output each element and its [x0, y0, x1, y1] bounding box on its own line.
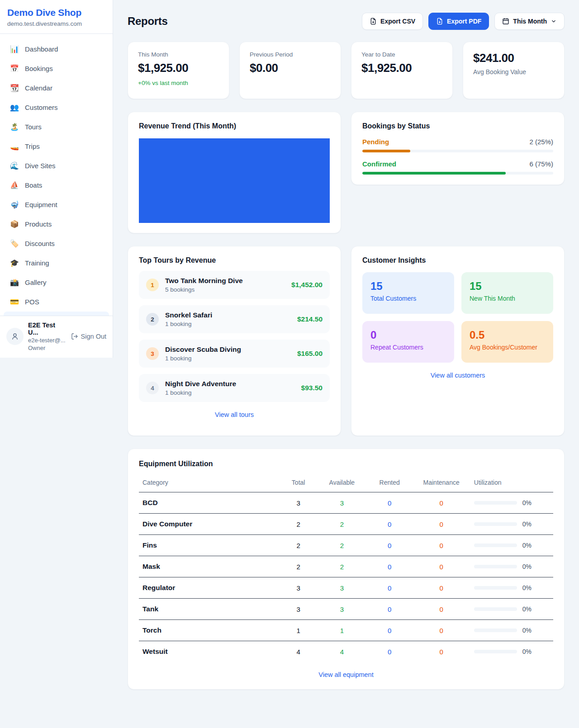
sidebar-nav-item[interactable]: 📆 Calendar — [4, 78, 109, 98]
export-pdf-button[interactable]: Export PDF — [428, 13, 489, 30]
cell-total: 2 — [280, 535, 317, 556]
insight-tiles: 15 Total Customers 15 New This Month 0 R… — [362, 272, 553, 363]
insight-tile: 0 Repeat Customers — [362, 321, 454, 363]
view-all-customers-link[interactable]: View all customers — [362, 372, 553, 379]
sidebar-nav-item[interactable]: 📸 Gallery — [4, 273, 109, 292]
top-tours-title: Top Tours by Revenue — [139, 256, 330, 265]
cell-utilization: 0% — [470, 492, 553, 514]
stat-label: Previous Period — [250, 51, 331, 58]
cell-rented: 0 — [367, 514, 413, 535]
bookings-by-status-title: Bookings by Status — [362, 122, 553, 130]
cell-utilization: 0% — [470, 556, 553, 577]
sidebar-nav-item[interactable]: 📊 Dashboard — [4, 39, 109, 59]
tour-bookings: 5 bookings — [165, 286, 243, 293]
status-line: Pending 2 (25%) — [362, 138, 553, 146]
tour-bookings: 1 booking — [165, 355, 241, 362]
tour-info: Snorkel Safari 1 booking — [165, 311, 212, 327]
cell-utilization: 0% — [470, 577, 553, 599]
sidebar-nav-item[interactable]: 🏷️ Discounts — [4, 234, 109, 253]
status-list: Pending 2 (25%) Confirmed 6 (75%) — [362, 138, 553, 175]
equipment-utilization-title: Equipment Utilization — [139, 460, 553, 468]
sidebar-nav-item[interactable]: 🎓 Training — [4, 253, 109, 273]
nav-item-label: Calendar — [25, 84, 52, 92]
equipment-row: Tank 3 3 0 0 0% — [139, 599, 553, 620]
cell-total: 2 — [280, 514, 317, 535]
export-csv-button[interactable]: Export CSV — [362, 13, 423, 30]
brand-domain: demo.test.divestreams.com — [7, 20, 105, 27]
nav-item-icon: 🎓 — [10, 259, 19, 267]
insight-tile: 0.5 Avg Bookings/Customer — [461, 321, 553, 363]
sidebar-nav-item[interactable]: 🌊 Dive Sites — [4, 156, 109, 175]
cell-available: 2 — [317, 514, 367, 535]
status-label: Confirmed — [362, 160, 396, 168]
sidebar-nav-item[interactable]: 📅 Bookings — [4, 59, 109, 78]
sidebar-nav-item[interactable]: 🚤 Trips — [4, 137, 109, 156]
sidebar-nav-item[interactable]: 📦 Products — [4, 214, 109, 234]
status-bar-fill — [362, 150, 410, 152]
tour-bookings: 1 booking — [165, 389, 236, 396]
sidebar-nav-item[interactable]: ⛵ Boats — [4, 175, 109, 195]
utilization-percent: 0% — [522, 499, 532, 506]
status-value: 6 (75%) — [529, 160, 553, 168]
export-pdf-label: Export PDF — [447, 18, 481, 25]
status-row: Confirmed 6 (75%) — [362, 160, 553, 175]
cell-total: 4 — [280, 641, 317, 662]
sidebar-nav-item[interactable]: 🤿 Equipment — [4, 195, 109, 214]
page-header: Reports Export CSV Export PDF This Month — [128, 13, 565, 30]
stat-card-this-month: This Month $1,925.00 +0% vs last month — [128, 42, 229, 99]
utilization-bar-track — [474, 544, 517, 547]
status-bar-fill — [362, 172, 506, 175]
nav-item-icon: 💳 — [10, 298, 19, 306]
view-all-equipment-link[interactable]: View all equipment — [139, 671, 553, 678]
bookings-by-status-card: Bookings by Status Pending 2 (25%) — [351, 112, 565, 185]
insight-value: 15 — [470, 280, 545, 293]
nav-item-label: Equipment — [25, 201, 57, 208]
cell-rented: 0 — [367, 492, 413, 514]
utilization-indicator: 0% — [474, 584, 550, 591]
tour-row: 3 Discover Scuba Diving 1 booking $165.0… — [139, 340, 330, 368]
view-all-tours-link[interactable]: View all tours — [139, 411, 330, 418]
tour-revenue: $93.50 — [301, 384, 323, 392]
rank-badge: 2 — [146, 313, 159, 326]
nav-item-label: Dive Sites — [25, 162, 56, 170]
nav-item-label: Trips — [25, 142, 40, 150]
utilization-bar-track — [474, 607, 517, 611]
cell-utilization: 0% — [470, 514, 553, 535]
utilization-percent: 0% — [522, 605, 532, 613]
revenue-trend-chart — [139, 138, 330, 223]
equipment-row: BCD 3 3 0 0 0% — [139, 492, 553, 514]
utilization-bar-track — [474, 650, 517, 653]
tour-revenue: $1,452.00 — [291, 281, 323, 289]
period-select[interactable]: This Month — [494, 13, 565, 30]
nav-item-icon: 🤿 — [10, 200, 19, 209]
stat-label: Year to Date — [361, 51, 442, 58]
column-header-rented: Rented — [367, 474, 413, 492]
user-email: e2e-tester@... — [28, 337, 66, 344]
utilization-indicator: 0% — [474, 542, 550, 549]
cell-rented: 0 — [367, 577, 413, 599]
header-actions: Export CSV Export PDF This Month — [362, 13, 565, 30]
nav-item-label: Gallery — [25, 279, 47, 286]
utilization-percent: 0% — [522, 563, 532, 570]
cell-rented: 0 — [367, 620, 413, 641]
nav-active-reports-partial[interactable] — [4, 312, 109, 316]
user-role: Owner — [28, 345, 66, 351]
sidebar-nav-item[interactable]: 💳 POS — [4, 292, 109, 312]
sign-out-button[interactable]: Sign Out — [71, 333, 106, 340]
cell-total: 1 — [280, 620, 317, 641]
cell-category: Wetsuit — [139, 641, 280, 662]
nav-item-label: Boats — [25, 181, 42, 189]
nav-item-icon: 👥 — [10, 103, 19, 112]
stat-label: Avg Booking Value — [473, 68, 554, 76]
utilization-indicator: 0% — [474, 520, 550, 528]
tour-row: 1 Two Tank Morning Dive 5 bookings $1,45… — [139, 271, 330, 299]
sidebar-nav-item[interactable]: 👥 Customers — [4, 98, 109, 117]
tour-name: Two Tank Morning Dive — [165, 277, 243, 285]
sidebar-nav-item[interactable]: 🏝️ Tours — [4, 117, 109, 137]
tour-info: Discover Scuba Diving 1 booking — [165, 345, 241, 362]
utilization-percent: 0% — [522, 520, 532, 528]
nav-item-icon: 📸 — [10, 278, 19, 287]
rank-badge: 3 — [146, 347, 159, 360]
nav-item-label: Discounts — [25, 240, 55, 247]
rank-badge: 1 — [146, 279, 159, 291]
